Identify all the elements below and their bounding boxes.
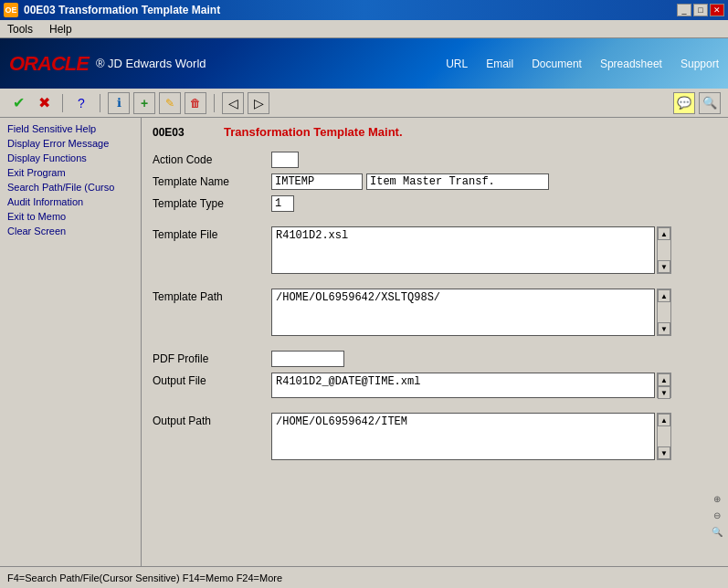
template-type-input[interactable] [271, 195, 294, 212]
pdf-profile-input[interactable] [271, 351, 344, 367]
app-id: 00E03 [153, 126, 185, 139]
gap-1 [153, 217, 717, 226]
template-path-scroll-down[interactable]: ▼ [658, 322, 670, 335]
status-text: F4=Search Path/File(Cursor Sensitive) F1… [7, 572, 282, 583]
output-file-label: Output File [153, 373, 271, 387]
zoom-out-icon[interactable]: ⊖ [710, 508, 724, 522]
check-button[interactable]: ✔ [7, 92, 29, 114]
title-bar-left: OE 00E03 Transformation Template Maint [4, 3, 220, 17]
zoom-in-icon[interactable]: ⊕ [710, 491, 724, 506]
template-name-input[interactable] [366, 173, 549, 190]
pdf-profile-label: PDF Profile [153, 351, 271, 365]
x-icon: ✖ [38, 94, 50, 111]
sidebar-item-exit-memo[interactable]: Exit to Memo [0, 209, 141, 224]
template-code-input[interactable] [271, 173, 363, 190]
search-icon: 🔍 [702, 96, 717, 110]
sidebar-item-field-sensitive-help[interactable]: Field Sensitive Help [0, 121, 141, 136]
template-path-row: Template Path /HOME/OL6959642/XSLTQ98S/ … [153, 289, 717, 336]
add-button[interactable]: + [133, 92, 155, 114]
output-file-scroll-up[interactable]: ▲ [658, 373, 670, 386]
minimize-button[interactable]: _ [677, 4, 691, 16]
template-path-input[interactable]: /HOME/OL6959642/XSLTQ98S/ [271, 289, 655, 336]
title-bar-controls[interactable]: _ □ ✕ [677, 4, 724, 16]
scroll-right-icon[interactable]: 🔍 [710, 524, 724, 539]
app-icon: OE [4, 3, 18, 17]
template-name-field [271, 173, 717, 190]
check-icon: ✔ [13, 94, 25, 111]
sidebar-item-search-path[interactable]: Search Path/File (Curso [0, 180, 141, 194]
template-path-scrollbar: ▲ ▼ [657, 289, 671, 336]
toolbar: ✔ ✖ ? ℹ + ✎ 🗑 ◁ ▷ 💬 🔍 [0, 89, 728, 118]
nav-spreadsheet[interactable]: Spreadsheet [600, 58, 662, 70]
maximize-button[interactable]: □ [693, 4, 708, 16]
menu-bar: Tools Help [0, 20, 728, 38]
menu-tools[interactable]: Tools [4, 21, 37, 37]
output-file-scroll-group: R4101D2_@DATE@TIME.xml ▲ ▼ [271, 373, 671, 398]
nav-document[interactable]: Document [532, 58, 582, 70]
sidebar-item-display-error[interactable]: Display Error Message [0, 136, 141, 151]
template-type-label: Template Type [153, 195, 271, 210]
nav-url[interactable]: URL [446, 58, 468, 70]
sidebar-item-exit-program[interactable]: Exit Program [0, 165, 141, 180]
info-button[interactable]: ℹ [108, 92, 130, 114]
oracle-wordmark: ORACLE [9, 52, 89, 76]
title-bar: OE 00E03 Transformation Template Maint _… [0, 0, 728, 20]
prev-button[interactable]: ◁ [222, 92, 244, 114]
close-button[interactable]: ✕ [710, 4, 724, 16]
output-path-input[interactable]: /HOME/OL6959642/ITEM [271, 413, 655, 460]
chat-button[interactable]: 💬 [673, 92, 695, 114]
app-header: 00E03 Transformation Template Maint. [153, 125, 717, 142]
template-file-row: Template File R4101D2.xsl ▲ ▼ [153, 226, 717, 274]
output-file-row: Output File R4101D2_@DATE@TIME.xml ▲ ▼ [153, 373, 717, 398]
help-button[interactable]: ? [70, 92, 92, 114]
sidebar: Field Sensitive Help Display Error Messa… [0, 118, 142, 566]
output-path-scroll-down[interactable]: ▼ [658, 446, 670, 459]
gap-2 [153, 279, 717, 289]
output-file-scroll-down[interactable]: ▼ [658, 386, 670, 399]
template-file-field: R4101D2.xsl ▲ ▼ [271, 226, 717, 274]
action-code-field [271, 152, 717, 168]
delete-button[interactable]: 🗑 [185, 92, 206, 114]
edit-button[interactable]: ✎ [159, 92, 181, 114]
oracle-logo: ORACLE ® JD Edwards World [9, 52, 206, 76]
prev-icon: ◁ [228, 96, 238, 110]
pdf-profile-row: PDF Profile [153, 351, 717, 367]
action-code-input[interactable] [271, 152, 299, 168]
template-file-input[interactable]: R4101D2.xsl [271, 226, 655, 274]
action-code-row: Action Code [153, 152, 717, 168]
template-file-label: Template File [153, 226, 271, 241]
template-path-scroll-track [658, 302, 670, 322]
pdf-profile-field [271, 351, 717, 367]
corner-icons: ⊕ ⊖ 🔍 [710, 491, 724, 539]
delete-icon: 🗑 [190, 97, 201, 110]
nav-email[interactable]: Email [486, 58, 513, 70]
output-file-field: R4101D2_@DATE@TIME.xml ▲ ▼ [271, 373, 717, 398]
banner-nav: URL Email Document Spreadsheet Support [446, 58, 719, 70]
template-file-scroll-up[interactable]: ▲ [658, 227, 670, 240]
search-button[interactable]: 🔍 [699, 92, 721, 114]
output-file-input[interactable]: R4101D2_@DATE@TIME.xml [271, 373, 655, 398]
output-path-scrollbar: ▲ ▼ [657, 413, 671, 460]
next-button[interactable]: ▷ [248, 92, 269, 114]
sidebar-item-clear-screen[interactable]: Clear Screen [0, 224, 141, 238]
toolbar-sep-3 [214, 94, 215, 112]
output-path-label: Output Path [153, 413, 271, 427]
oracle-banner: ORACLE ® JD Edwards World URL Email Docu… [0, 38, 728, 89]
cancel-button[interactable]: ✖ [33, 92, 55, 114]
sidebar-item-display-functions[interactable]: Display Functions [0, 151, 141, 165]
gap-4 [153, 404, 717, 413]
sidebar-item-audit[interactable]: Audit Information [0, 194, 141, 209]
template-path-scroll-up[interactable]: ▲ [658, 289, 670, 302]
nav-support[interactable]: Support [681, 58, 719, 70]
edit-icon: ✎ [165, 97, 174, 110]
menu-help[interactable]: Help [46, 21, 76, 37]
template-name-row: Template Name [153, 173, 717, 190]
action-code-label: Action Code [153, 152, 271, 166]
template-file-scroll-down[interactable]: ▼ [658, 260, 670, 273]
output-path-field: /HOME/OL6959642/ITEM ▲ ▼ [271, 413, 717, 460]
output-path-scroll-up[interactable]: ▲ [658, 414, 670, 426]
template-path-field: /HOME/OL6959642/XSLTQ98S/ ▲ ▼ [271, 289, 717, 336]
info-icon: ℹ [117, 96, 121, 110]
toolbar-sep-2 [100, 94, 100, 112]
template-type-row: Template Type [153, 195, 717, 212]
